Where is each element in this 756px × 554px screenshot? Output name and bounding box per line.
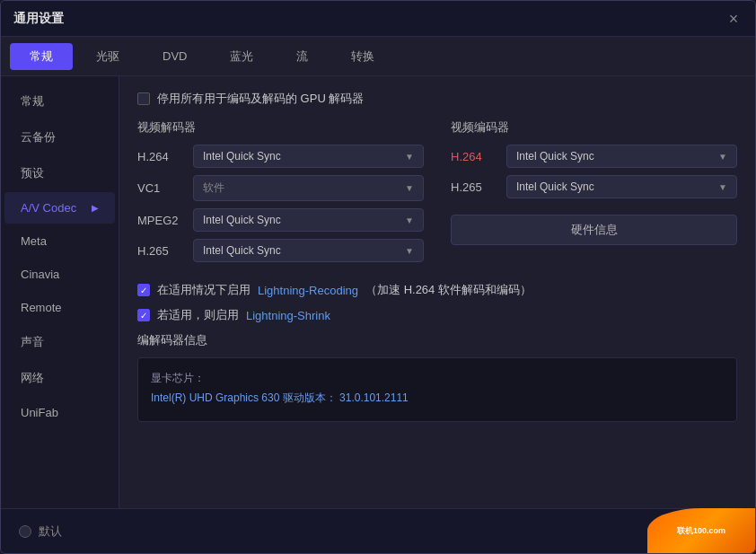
info-box: 显卡芯片： Intel(R) UHD Graphics 630 驱动版本： 31… (137, 357, 737, 422)
lightning-shrink-row: 若适用，则启用 Lightning-Shrink (137, 307, 737, 323)
tab-convert[interactable]: 转换 (331, 43, 394, 70)
encoder-row-h264: H.264 Intel Quick Sync ▼ (451, 145, 737, 168)
bottom-bar: 默认 确定 联机100.com (1, 508, 755, 553)
gpu-checkbox-row: 停用所有用于编码及解码的 GPU 解码器 (137, 91, 737, 107)
lightning-recoding-checkbox[interactable] (137, 284, 150, 296)
decoder-row-h265: H.265 Intel Quick Sync ▼ (137, 239, 424, 262)
sidebar-item-avcodec[interactable]: A/V Codec ▶ (4, 192, 115, 224)
dropdown-arrow-icon: ▼ (718, 152, 727, 162)
lightning-shrink-checkbox[interactable] (137, 309, 150, 321)
default-row: 默认 (19, 523, 62, 540)
decoder-title: 视频解码器 (137, 119, 424, 136)
default-label: 默认 (39, 523, 62, 540)
sidebar-item-general[interactable]: 常规 (4, 84, 115, 119)
sidebar-item-cloud[interactable]: 云备份 (4, 120, 115, 154)
watermark: 联机100.com (647, 508, 755, 553)
tab-dvd[interactable]: DVD (143, 44, 207, 68)
encoder-row-h265: H.265 Intel Quick Sync ▼ (451, 175, 737, 198)
sidebar-item-preset[interactable]: 预设 (4, 156, 115, 190)
sidebar-item-meta[interactable]: Meta (4, 225, 115, 257)
lightning-recoding-suffix: （加速 H.264 软件解码和编码） (365, 282, 532, 298)
decoder-mpeg2-label: MPEG2 (137, 214, 184, 227)
sidebar-item-audio[interactable]: 声音 (4, 325, 115, 359)
decoder-h265-select[interactable]: Intel Quick Sync ▼ (193, 239, 424, 262)
dropdown-arrow-icon: ▼ (405, 215, 414, 225)
decoder-row-h264: H.264 Intel Quick Sync ▼ (137, 145, 424, 168)
encoder-column: 视频编码器 H.264 Intel Quick Sync ▼ H.265 Int… (451, 119, 737, 269)
watermark-text: 联机100.com (673, 522, 729, 541)
decoder-h264-select[interactable]: Intel Quick Sync ▼ (193, 145, 424, 168)
decoder-row-vc1: VC1 软件 ▼ (137, 175, 424, 201)
encoder-h265-select[interactable]: Intel Quick Sync ▼ (506, 175, 737, 198)
codec-columns: 视频解码器 H.264 Intel Quick Sync ▼ VC1 软件 ▼ (137, 119, 737, 269)
dialog: 通用设置 × 常规 光驱 DVD 蓝光 流 转换 常规 云备份 预设 A/V C… (0, 0, 756, 554)
decoder-mpeg2-select[interactable]: Intel Quick Sync ▼ (193, 208, 424, 232)
dropdown-arrow-icon: ▼ (405, 246, 414, 256)
gpu-checkbox[interactable] (137, 92, 150, 105)
sidebar-item-network[interactable]: 网络 (4, 361, 115, 395)
body: 常规 云备份 预设 A/V Codec ▶ Meta Cinavia Remot… (1, 76, 755, 508)
decoder-h264-label: H.264 (137, 150, 184, 163)
close-button[interactable]: × (725, 10, 743, 28)
tab-bluray[interactable]: 蓝光 (210, 43, 273, 70)
encoder-title: 视频编码器 (451, 119, 737, 136)
bottom-right: 确定 联机100.com (662, 516, 737, 547)
decoder-vc1-select[interactable]: 软件 ▼ (193, 175, 424, 201)
dropdown-arrow-icon: ▼ (718, 182, 727, 192)
sidebar: 常规 云备份 预设 A/V Codec ▶ Meta Cinavia Remot… (1, 76, 119, 508)
decoder-column: 视频解码器 H.264 Intel Quick Sync ▼ VC1 软件 ▼ (137, 119, 424, 269)
lightning-recoding-prefix: 在适用情况下启用 (157, 282, 251, 298)
main-content: 停用所有用于编码及解码的 GPU 解码器 视频解码器 H.264 Intel Q… (119, 76, 755, 508)
dialog-title: 通用设置 (13, 11, 64, 27)
lightning-shrink-link[interactable]: Lightning-Shrink (246, 309, 330, 322)
decoder-vc1-label: VC1 (137, 181, 184, 195)
decoder-h265-label: H.265 (137, 244, 184, 258)
encoder-h265-label: H.265 (451, 180, 497, 194)
lightning-recoding-link[interactable]: Lightning-Recoding (258, 284, 358, 297)
sidebar-item-unifab[interactable]: UniFab (4, 397, 115, 428)
sidebar-item-cinavia[interactable]: Cinavia (4, 259, 115, 290)
tab-bar: 常规 光驱 DVD 蓝光 流 转换 (1, 37, 755, 76)
dropdown-arrow-icon: ▼ (405, 152, 414, 162)
title-bar: 通用设置 × (1, 1, 755, 37)
info-gpu-label: 显卡芯片： Intel(R) UHD Graphics 630 驱动版本： 31… (151, 369, 724, 408)
codec-info-title: 编解码器信息 (137, 332, 737, 348)
chevron-right-icon: ▶ (92, 203, 99, 213)
tab-stream[interactable]: 流 (277, 43, 328, 70)
default-radio[interactable] (19, 525, 31, 538)
encoder-h264-select[interactable]: Intel Quick Sync ▼ (506, 145, 737, 168)
hardware-info-button[interactable]: 硬件信息 (451, 215, 737, 245)
encoder-h264-label: H.264 (451, 150, 497, 163)
decoder-row-mpeg2: MPEG2 Intel Quick Sync ▼ (137, 208, 424, 232)
lightning-recoding-row: 在适用情况下启用 Lightning-Recoding （加速 H.264 软件… (137, 282, 737, 298)
gpu-checkbox-label: 停用所有用于编码及解码的 GPU 解码器 (157, 91, 364, 107)
tab-optical[interactable]: 光驱 (76, 43, 139, 70)
tab-general[interactable]: 常规 (10, 43, 73, 70)
dropdown-arrow-icon: ▼ (405, 183, 414, 193)
sidebar-item-remote[interactable]: Remote (4, 292, 115, 323)
lightning-shrink-prefix: 若适用，则启用 (157, 307, 239, 323)
